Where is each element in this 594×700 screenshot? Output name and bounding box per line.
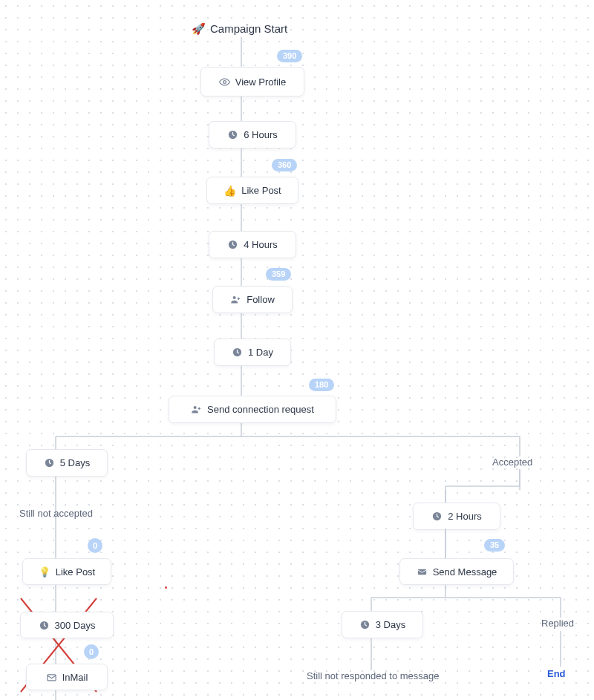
- node-wait-6h[interactable]: 6 Hours: [209, 121, 296, 148]
- node-wait-300d[interactable]: 300 Days: [20, 612, 114, 638]
- connector-lines-2: [0, 0, 594, 700]
- cond-replied: Replied: [537, 618, 574, 629]
- envelope-icon: [417, 566, 428, 578]
- cond-still-not-responded: Still not responded to message: [302, 670, 440, 681]
- clock-icon: [431, 511, 443, 522]
- node-end[interactable]: End: [543, 668, 566, 679]
- clock-icon: [227, 239, 238, 250]
- connector-lines-3: [0, 0, 594, 700]
- clock-icon: [44, 457, 55, 468]
- cond-label: Still not responded to message: [307, 670, 440, 681]
- node-like-post-1[interactable]: 👍 Like Post: [206, 177, 298, 204]
- clock-icon: [39, 620, 50, 631]
- connector-lines: [0, 0, 594, 700]
- node-wait-4h[interactable]: 4 Hours: [209, 231, 296, 258]
- node-label: 6 Hours: [244, 129, 278, 140]
- node-follow[interactable]: Follow: [212, 286, 293, 313]
- node-like-post-2[interactable]: 💡 Like Post: [22, 558, 111, 585]
- node-view-profile[interactable]: View Profile: [200, 67, 304, 97]
- node-label: Send connection request: [207, 404, 314, 415]
- connector-lines-right: [0, 0, 594, 700]
- node-inmail[interactable]: InMail: [26, 664, 108, 690]
- clock-icon: [359, 619, 371, 630]
- node-wait-3d[interactable]: 3 Days: [342, 611, 423, 638]
- node-wait-2h[interactable]: 2 Hours: [413, 503, 500, 530]
- inmail-icon: [46, 672, 57, 683]
- thumb-icon: 👍: [223, 186, 236, 196]
- annotation-dot: [165, 586, 167, 589]
- cond-still-not-accepted: Still not accepted: [15, 508, 93, 519]
- node-label: InMail: [62, 672, 88, 683]
- campaign-start-title: 🚀 Campaign Start: [192, 22, 287, 35]
- cond-label: Still not accepted: [19, 508, 93, 519]
- badge-view-profile: 390: [277, 50, 302, 62]
- node-label: 1 Day: [248, 347, 273, 358]
- cond-label: Accepted: [492, 457, 532, 468]
- bulb-icon: 💡: [39, 567, 50, 577]
- node-label: 5 Days: [60, 457, 90, 468]
- node-label: 4 Hours: [244, 239, 278, 250]
- badge-like-post-2: 0: [88, 538, 102, 553]
- person-add-icon: [191, 404, 202, 415]
- node-send-message[interactable]: Send Message: [399, 558, 514, 585]
- clock-icon: [232, 347, 243, 358]
- node-label: 300 Days: [55, 620, 96, 631]
- node-send-connection[interactable]: Send connection request: [169, 396, 336, 423]
- node-label: 3 Days: [376, 619, 405, 630]
- badge-send-message: 35: [484, 539, 505, 552]
- svg-point-29: [233, 296, 236, 299]
- node-label: Follow: [247, 294, 275, 305]
- node-wait-1d[interactable]: 1 Day: [214, 338, 291, 366]
- rocket-icon: 🚀: [192, 23, 206, 34]
- person-add-icon: [230, 294, 241, 305]
- eye-icon: [219, 76, 230, 88]
- node-label: View Profile: [235, 76, 286, 88]
- cond-accepted: Accepted: [488, 457, 532, 468]
- node-label: Send Message: [433, 566, 497, 578]
- cond-label: Replied: [541, 618, 574, 629]
- badge-send-connection: 180: [309, 379, 334, 391]
- badge-inmail: 0: [84, 644, 99, 659]
- flow-canvas: 🚀 Campaign Start View Profile 390 6 Hour…: [0, 0, 594, 700]
- svg-point-31: [194, 406, 197, 409]
- svg-point-26: [223, 80, 226, 83]
- end-label: End: [547, 668, 566, 679]
- badge-follow: 359: [266, 268, 291, 281]
- node-label: Like Post: [56, 566, 95, 578]
- title-text: Campaign Start: [210, 22, 287, 35]
- clock-icon: [227, 129, 238, 140]
- svg-rect-37: [48, 674, 56, 680]
- svg-rect-47: [418, 569, 426, 575]
- node-wait-5d[interactable]: 5 Days: [26, 449, 108, 477]
- badge-like-post-1: 360: [272, 159, 297, 171]
- node-label: Like Post: [241, 185, 281, 196]
- node-label: 2 Hours: [448, 511, 482, 522]
